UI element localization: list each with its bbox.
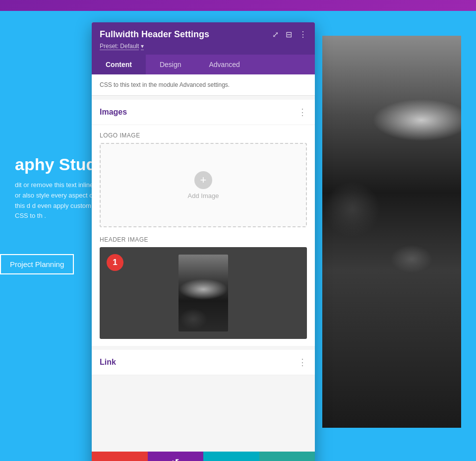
modal-tabs: Content Design Advanced (92, 55, 315, 74)
images-section: Images ⋮ Logo Image + Add Image Header I… (92, 100, 315, 346)
more-icon[interactable]: ⋮ (299, 30, 307, 39)
header-image-thumbnail-inner (178, 255, 228, 331)
tab-design[interactable]: Design (146, 55, 195, 74)
cancel-button[interactable]: ✕ (92, 452, 148, 461)
modal-preset[interactable]: Preset: Default ▾ (100, 43, 307, 50)
add-image-text: Add Image (188, 192, 219, 199)
add-image-box[interactable]: + Add Image (100, 143, 307, 227)
link-section-title: Link (100, 358, 116, 367)
undo-button[interactable]: ↺ (148, 452, 204, 461)
bg-photo (322, 36, 461, 428)
modal-header-top: Fullwidth Header Settings ⤢ ⊟ ⋮ (100, 29, 307, 40)
logo-image-label: Logo Image (100, 132, 307, 139)
expand-icon[interactable]: ⤢ (272, 30, 279, 39)
modal-title: Fullwidth Header Settings (100, 29, 209, 40)
add-image-circle: + (194, 171, 212, 189)
split-icon[interactable]: ⊟ (286, 30, 292, 39)
images-section-menu-icon[interactable]: ⋮ (298, 107, 307, 118)
header-image-thumbnail (178, 255, 228, 331)
fullwidth-header-settings-modal: Fullwidth Header Settings ⤢ ⊟ ⋮ Preset: … (92, 22, 315, 461)
modal-body: CSS to this text in the module Advanced … (92, 74, 315, 452)
link-section-menu-icon[interactable]: ⋮ (298, 357, 307, 368)
header-image-badge: 1 (107, 254, 123, 271)
redo-button[interactable]: ↻ (203, 452, 259, 461)
modal-footer: ✕ ↺ ↻ ✓ (92, 452, 315, 461)
link-section: Link ⋮ (92, 350, 315, 375)
images-section-header: Images ⋮ (92, 100, 315, 125)
header-image-label: Header Image (100, 236, 307, 243)
css-note: CSS to this text in the module Advanced … (92, 74, 315, 96)
bg-photo-inner (322, 36, 461, 428)
project-planning-button[interactable]: Project Planning (0, 254, 74, 274)
bg-description: dit or remove this text inline or also s… (15, 180, 99, 221)
header-image-box[interactable]: 1 (100, 247, 307, 339)
images-section-title: Images (100, 108, 127, 117)
modal-header: Fullwidth Header Settings ⤢ ⊟ ⋮ Preset: … (92, 22, 315, 55)
top-bar (0, 0, 476, 11)
images-section-content: Logo Image + Add Image Header Image 1 (92, 125, 315, 346)
modal-header-icons: ⤢ ⊟ ⋮ (272, 30, 307, 39)
tab-advanced[interactable]: Advanced (195, 55, 253, 74)
tab-content[interactable]: Content (92, 55, 146, 74)
save-button[interactable]: ✓ (259, 452, 315, 461)
link-section-header: Link ⋮ (92, 350, 315, 375)
